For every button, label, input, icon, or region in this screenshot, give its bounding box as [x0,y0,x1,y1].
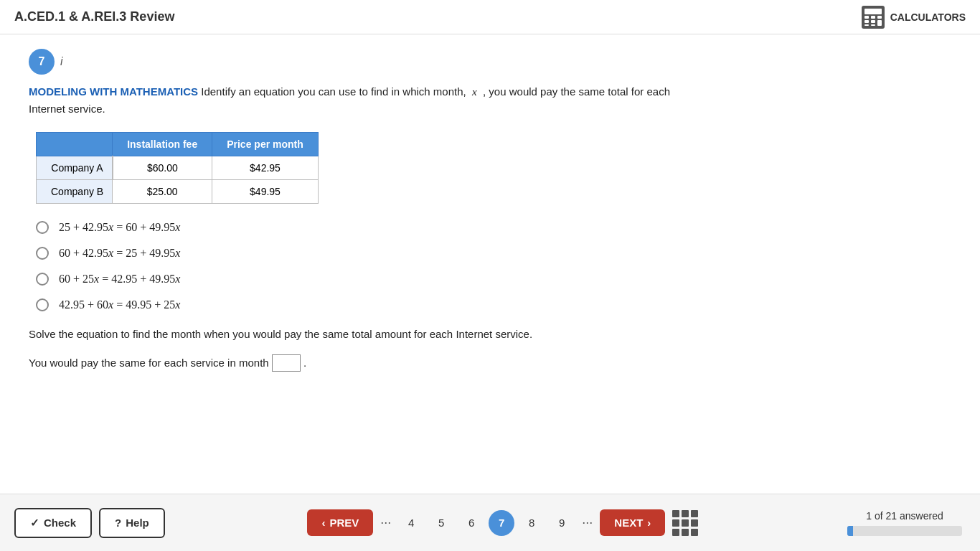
svg-rect-3 [871,16,875,19]
question-text: MODELING WITH MATHEMATICS Identify an eq… [29,83,674,118]
grid-dot [672,510,679,517]
company-b-installation: $25.00 [113,180,212,204]
progress-bar-container [847,526,962,536]
question-variable: x [472,86,477,98]
answer-choices: 25 + 42.95x = 60 + 49.95x 60 + 42.95x = … [36,221,951,311]
month-answer-input[interactable] [272,354,301,372]
nav-page-4[interactable]: 4 [398,510,424,536]
footer-right: 1 of 21 answered [844,510,966,536]
grid-view-button[interactable] [669,507,701,539]
radio-b[interactable] [36,247,49,260]
grid-dot [691,529,698,536]
answer-prompt-text: You would pay the same for each service … [29,357,269,369]
question-badge: 7 i [29,49,63,75]
footer-nav: ‹ PREV ··· 4 5 6 7 8 9 ··· NEXT › [307,507,701,539]
help-button[interactable]: ? Help [99,508,165,538]
option-a[interactable]: 25 + 42.95x = 60 + 49.95x [36,221,951,234]
option-b-text: 60 + 42.95x = 25 + 49.95x [59,247,180,260]
nav-dots-left: ··· [377,515,394,530]
page-title: A.CED.1 & A.REI.3 Review [14,9,174,24]
next-label: NEXT [614,517,643,529]
nav-page-9[interactable]: 9 [549,510,575,536]
svg-rect-8 [864,24,869,26]
table-row-a: Company A $60.00 $42.95 [37,156,319,180]
table-row-b: Company B $25.00 $49.95 [37,180,319,204]
question-keyword: MODELING WITH MATHEMATICS [29,85,198,98]
company-b-price: $49.95 [212,180,319,204]
check-icon: ✓ [30,517,39,529]
data-table: Installation fee Price per month Company… [36,132,319,204]
svg-rect-1 [864,9,882,14]
svg-rect-9 [871,24,875,26]
sub-question-text: Solve the equation to find the month whe… [29,326,951,343]
calculators-label: CALCULATORS [890,11,966,23]
grid-dot [672,519,679,527]
nav-page-8[interactable]: 8 [519,510,545,536]
svg-rect-5 [864,20,869,23]
option-d-text: 42.95 + 60x = 49.95 + 25x [59,298,180,311]
nav-page-7[interactable]: 7 [489,510,514,536]
svg-rect-4 [877,16,882,19]
calculators-button[interactable]: CALCULATORS [862,6,966,29]
next-chevron-icon: › [647,517,651,529]
option-c-text: 60 + 25x = 42.95 + 49.95x [59,273,180,286]
question-text-before: Identify an equation you can use to find… [201,85,466,98]
check-button[interactable]: ✓ Check [14,508,92,538]
option-d[interactable]: 42.95 + 60x = 49.95 + 25x [36,298,951,311]
grid-dot [691,510,698,517]
table-header-installation: Installation fee [113,133,212,156]
company-a-label: Company A [37,156,113,180]
calculator-icon [862,6,885,29]
option-c[interactable]: 60 + 25x = 42.95 + 49.95x [36,273,951,286]
radio-d[interactable] [36,298,49,311]
progress-bar-fill [847,526,853,536]
question-number: 7 [29,49,55,75]
help-icon: ? [115,517,121,529]
main-content: 7 i MODELING WITH MATHEMATICS Identify a… [0,34,980,494]
answer-prompt-container: You would pay the same for each service … [29,354,951,372]
option-a-text: 25 + 42.95x = 60 + 49.95x [59,221,180,234]
company-a-installation: $60.00 [113,156,212,180]
grid-dot [672,529,679,536]
svg-rect-2 [864,16,869,19]
header: A.CED.1 & A.REI.3 Review CALCULATORS [0,0,980,34]
prev-button[interactable]: ‹ PREV [307,509,373,536]
table-header-empty [37,133,113,156]
nav-dots-right: ··· [579,515,595,530]
footer-left: ✓ Check ? Help [14,508,165,538]
svg-rect-6 [871,20,875,23]
info-icon[interactable]: i [60,55,63,68]
grid-dot [682,519,689,527]
nav-page-5[interactable]: 5 [428,510,454,536]
table-header-price: Price per month [212,133,319,156]
grid-dot [682,510,689,517]
footer: ✓ Check ? Help ‹ PREV ··· 4 5 6 7 8 9 ··… [0,494,980,551]
prev-label: PREV [329,517,359,529]
prev-chevron-icon: ‹ [321,517,325,529]
check-label: Check [44,517,76,529]
nav-page-6[interactable]: 6 [458,510,484,536]
grid-dot [682,529,689,536]
grid-dot [691,519,698,527]
radio-c[interactable] [36,273,49,286]
svg-rect-7 [877,20,882,26]
help-label: Help [126,517,149,529]
company-a-price: $42.95 [212,156,319,180]
company-b-label: Company B [37,180,113,204]
radio-a[interactable] [36,221,49,234]
answer-suffix: . [303,357,306,369]
next-button[interactable]: NEXT › [600,509,665,536]
option-b[interactable]: 60 + 42.95x = 25 + 49.95x [36,247,951,260]
progress-text: 1 of 21 answered [866,510,943,522]
